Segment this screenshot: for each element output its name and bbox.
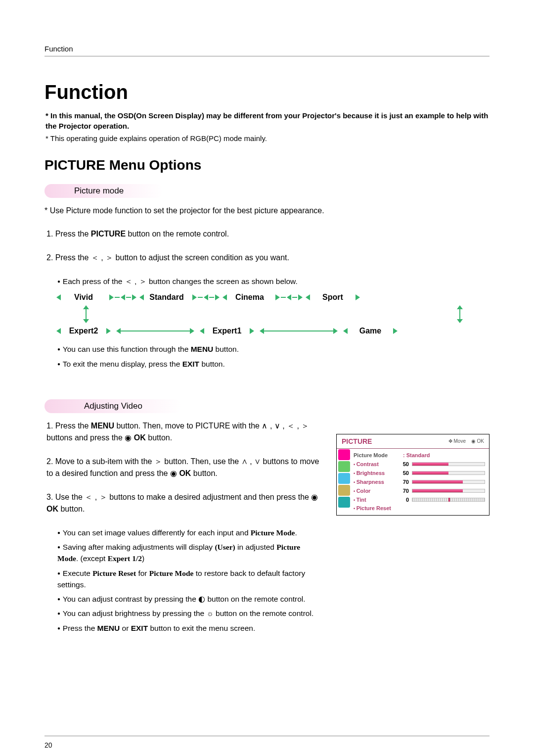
step-2: 2. Press the ＜ , ＞ button to adjust the … — [44, 252, 490, 264]
osd-picture-mode-value: : Standard — [403, 452, 430, 458]
adjvideo-step-2: 2. Move to a sub-item with the ＞ button.… — [44, 456, 321, 479]
adjvideo-note-5: You can adjust brightness by pressing th… — [57, 608, 321, 619]
note-each-press: Each press of the ＜ , ＞ button changes t… — [57, 276, 490, 287]
osd-item-contrast: Contrast50 — [354, 460, 485, 469]
osd-hints: ✥ Move ◉ OK — [445, 438, 484, 444]
subsection-pill-adjusting-video: Adjusting Video — [44, 399, 182, 413]
mode-flow-diagram: Vivid Standard Cinema Sport Expert2 Expe… — [56, 290, 490, 338]
intro-note: * This operating guide explains operatio… — [45, 133, 490, 143]
arrow-bidir-icon — [264, 331, 333, 331]
osd-icon-4 — [338, 485, 350, 496]
running-header: Function — [44, 45, 490, 53]
adjvideo-note-1: You can set image values differently for… — [57, 527, 321, 538]
mode-sport: Sport — [310, 293, 356, 302]
subsection-pill-picture-mode: Picture mode — [44, 184, 163, 198]
osd-icon-3 — [338, 473, 350, 484]
osd-icon-5 — [338, 497, 350, 508]
osd-item-color: Color70 — [354, 486, 485, 495]
adjvideo-note-4: You can adjust contrast by pressing the … — [57, 593, 321, 605]
mode-cinema: Cinema — [227, 293, 272, 302]
page-title: Function — [44, 81, 490, 103]
arrow-updown-icon — [86, 309, 87, 319]
arrow-left-icon — [56, 294, 61, 300]
rule-top — [44, 56, 490, 56]
ok-hint: ◉ OK — [471, 438, 484, 444]
section-heading: PICTURE Menu Options — [44, 157, 490, 173]
picture-mode-desc: * Use Picture mode function to set the p… — [44, 205, 490, 216]
note-menu-button: You can use this function through the ME… — [57, 343, 490, 355]
adjvideo-step-1: 1. Press the MENU button. Then, move to … — [44, 420, 321, 444]
rule-bottom — [44, 736, 490, 736]
osd-item-tint: Tint 0 — [354, 495, 485, 504]
mode-expert2: Expert2 — [61, 327, 106, 335]
mode-standard: Standard — [144, 293, 189, 302]
mode-game: Game — [348, 327, 393, 335]
page-number: 20 — [44, 741, 490, 749]
adjvideo-note-2: Saving after making adjustments will dis… — [57, 541, 321, 565]
mode-expert1: Expert1 — [204, 327, 250, 335]
arrow-bidir-icon — [121, 331, 190, 331]
osd-icon-2 — [338, 461, 350, 472]
adjvideo-note-3: Execute Picture Reset for Picture Mode t… — [57, 567, 321, 591]
osd-picture-mode-label: Picture Mode — [354, 452, 403, 458]
adjvideo-step-3: 3. Use the ＜ , ＞ buttons to make a desir… — [44, 491, 321, 515]
osd-picture-reset: Picture Reset — [354, 505, 485, 511]
osd-title: PICTURE — [342, 437, 372, 445]
mode-vivid: Vivid — [61, 293, 106, 302]
intro-note-bold: * In this manual, the OSD(On Screen Disp… — [45, 110, 490, 131]
osd-icon-picture — [338, 449, 350, 460]
osd-side-icons — [337, 449, 352, 515]
arrow-right-icon — [356, 294, 360, 300]
step-1: 1. Press the PICTURE button on the remot… — [44, 228, 490, 240]
note-exit-button: To exit the menu display, press the EXIT… — [57, 358, 490, 370]
osd-item-sharpness: Sharpness70 — [354, 477, 485, 486]
arrow-updown-icon — [459, 309, 460, 319]
osd-panel: PICTURE ✥ Move ◉ OK Picture Mode — [336, 434, 490, 516]
adjvideo-note-6: Press the MENU or EXIT button to exit th… — [57, 622, 321, 634]
move-hint: ✥ Move — [448, 438, 466, 444]
osd-item-brightness: Brightness50 — [354, 469, 485, 477]
